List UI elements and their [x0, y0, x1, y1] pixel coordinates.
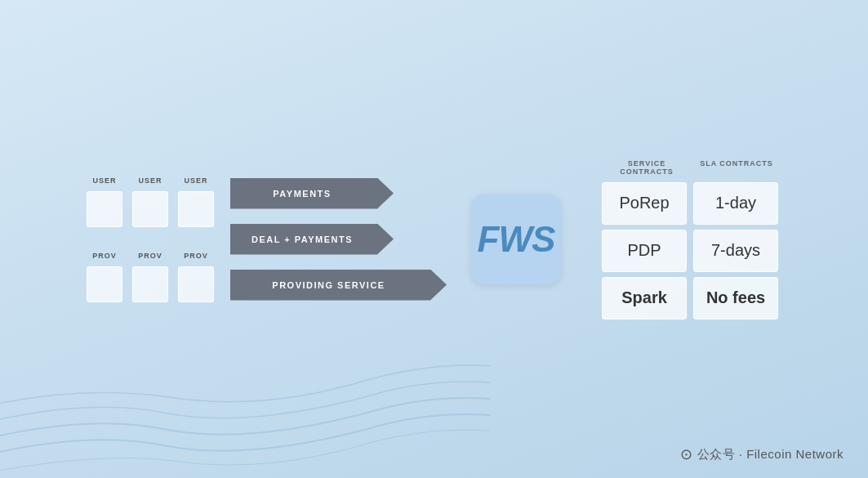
providing-service-arrow-container: PROVIDING SERVICE [230, 270, 447, 301]
spark-text: Spark [621, 288, 667, 307]
table-rows: PoRep 1-day PDP 7-days Spark N [602, 182, 781, 319]
footer-watermark: ⊙ 公众号 · Filecoin Network [680, 445, 844, 463]
prov-box-3 [178, 266, 214, 302]
deal-payments-arrow: DEAL + PAYMENTS [230, 224, 394, 255]
spark-cell: Spark [602, 277, 687, 319]
user-box-3 [178, 191, 214, 227]
porep-text: PoRep [619, 194, 669, 212]
user-label-2: USER [132, 176, 168, 185]
payments-arrow-container: PAYMENTS [230, 178, 447, 209]
wechat-icon: ⊙ [680, 445, 692, 463]
deal-payments-label: DEAL + PAYMENTS [230, 235, 394, 244]
fws-container: FWS [471, 194, 561, 284]
providing-service-label: PROVIDING SERVICE [230, 280, 447, 290]
left-section: USER USER USER PROV PROV PROV [87, 176, 214, 302]
providing-service-arrow: PROVIDING SERVICE [230, 270, 447, 301]
prov-boxes [87, 266, 214, 302]
prov-box-2 [132, 266, 168, 302]
porep-cell: PoRep [602, 182, 687, 225]
deal-payments-arrow-container: DEAL + PAYMENTS [230, 224, 447, 255]
right-section: SERVICE CONTRACTS SLA CONTRACTS PoRep 1-… [602, 159, 781, 319]
payments-label: PAYMENTS [230, 189, 394, 199]
user-labels: USER USER USER [87, 176, 214, 185]
user-label-3: USER [178, 176, 214, 185]
prov-label-3: PROV [178, 252, 214, 260]
one-day-text: 1-day [715, 194, 756, 212]
no-fees-text: No fees [706, 288, 765, 307]
user-label-1: USER [87, 176, 122, 185]
sla-contracts-header: SLA CONTRACTS [692, 159, 781, 176]
pdp-text: PDP [627, 241, 661, 260]
one-day-cell: 1-day [693, 182, 778, 225]
prov-box-1 [87, 266, 122, 302]
no-fees-cell: No fees [693, 277, 778, 319]
table-row-3: Spark No fees [602, 277, 781, 319]
prov-label-1: PROV [87, 252, 122, 260]
arrows-section: PAYMENTS DEAL + PAYMENTS PROVIDING SERVI… [230, 178, 447, 301]
main-container: USER USER USER PROV PROV PROV [0, 0, 868, 478]
seven-days-text: 7-days [711, 241, 760, 260]
watermark-text: 公众号 · Filecoin Network [697, 447, 844, 462]
prov-label-2: PROV [132, 252, 168, 260]
pdp-cell: PDP [602, 230, 687, 272]
fws-label: FWS [478, 219, 555, 260]
table-row-1: PoRep 1-day [602, 182, 781, 225]
prov-group: PROV PROV PROV [87, 252, 214, 302]
table-row-2: PDP 7-days [602, 230, 781, 272]
user-box-2 [132, 191, 168, 227]
table-headers: SERVICE CONTRACTS SLA CONTRACTS [602, 159, 781, 176]
service-contracts-header: SERVICE CONTRACTS [602, 159, 692, 176]
user-group: USER USER USER [87, 176, 214, 227]
user-boxes [87, 191, 214, 227]
payments-arrow: PAYMENTS [230, 178, 394, 209]
user-box-1 [87, 191, 122, 227]
prov-labels: PROV PROV PROV [87, 252, 214, 260]
seven-days-cell: 7-days [693, 230, 778, 272]
fws-box: FWS [471, 194, 561, 284]
